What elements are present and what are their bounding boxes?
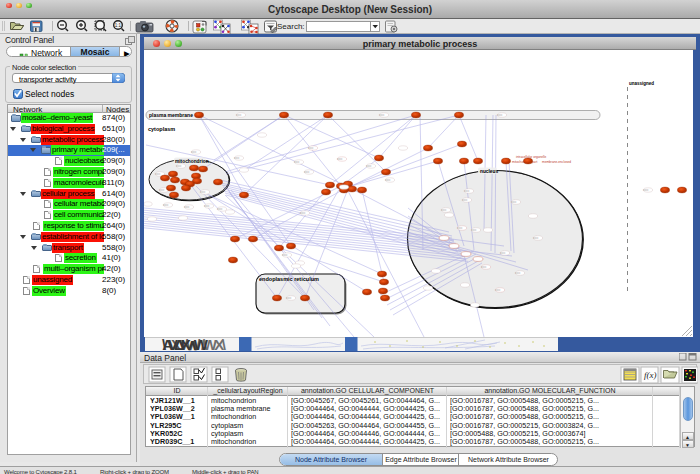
svg-text:intracellular organelle: intracellular organelle — [516, 155, 547, 159]
svg-text:xxxx: xxxx — [163, 204, 169, 207]
svg-text:xxxx: xxxx — [308, 147, 314, 150]
svg-text:xxxx: xxxx — [282, 254, 288, 257]
svg-text:xxxx: xxxx — [457, 227, 463, 230]
svg-text:xxxx: xxxx — [176, 165, 182, 168]
svg-text:unassigned: unassigned — [629, 81, 654, 86]
svg-text:plasma membrane: plasma membrane — [149, 112, 193, 118]
svg-text:xxxx: xxxx — [159, 189, 165, 192]
svg-text:xxxx: xxxx — [441, 209, 447, 212]
svg-text:xxxx: xxxx — [511, 201, 517, 204]
svg-text:cytoplasm: cytoplasm — [148, 126, 175, 132]
svg-text:xxxx: xxxx — [464, 190, 470, 193]
svg-text:mitochondrion: mitochondrion — [175, 159, 209, 164]
svg-text:xxxx: xxxx — [462, 199, 468, 202]
svg-text:xxxx: xxxx — [286, 297, 292, 300]
svg-text:xxxx: xxxx — [155, 173, 161, 176]
svg-text:xxxx: xxxx — [515, 272, 521, 275]
svg-text:xxxx: xxxx — [385, 179, 391, 182]
svg-text:membrane-enclosed: membrane-enclosed — [542, 160, 571, 164]
svg-text:/WX\: /WX\ — [201, 337, 227, 351]
svg-text:xxxx: xxxx — [234, 157, 240, 160]
svg-text:xxxx: xxxx — [495, 289, 501, 292]
svg-text:xxxx: xxxx — [200, 191, 206, 194]
svg-text:xxxx: xxxx — [379, 114, 385, 117]
svg-text:xxxx: xxxx — [366, 165, 372, 168]
svg-text:xxxx: xxxx — [300, 212, 306, 215]
svg-text:f(x): f(x) — [644, 370, 657, 380]
svg-text:endoplasmic reticulum: endoplasmic reticulum — [259, 276, 319, 282]
svg-text:xxxx: xxxx — [337, 158, 343, 161]
svg-text:xxxx: xxxx — [497, 114, 503, 117]
svg-text:xxxx: xxxx — [236, 114, 242, 117]
svg-text:nucleus: nucleus — [480, 169, 498, 174]
svg-text:xxxx: xxxx — [500, 252, 506, 255]
svg-text:xxxx: xxxx — [304, 171, 310, 174]
svg-text:1:1: 1:1 — [115, 23, 122, 28]
svg-text:xxxx: xxxx — [471, 229, 477, 232]
svg-text:xxxx: xxxx — [204, 205, 210, 208]
svg-text:xxxx: xxxx — [643, 189, 649, 192]
svg-text:Search:: Search: — [277, 22, 305, 31]
svg-text:xxxx: xxxx — [294, 161, 300, 164]
svg-text:xxxx: xxxx — [481, 266, 487, 269]
svg-text:xxxx: xxxx — [533, 237, 539, 240]
svg-text:xxxx: xxxx — [184, 206, 190, 209]
svg-text:xxxx: xxxx — [217, 208, 223, 211]
svg-text:xxxx: xxxx — [191, 151, 197, 154]
svg-text:XV\∧/: XV\∧/ — [171, 337, 201, 351]
